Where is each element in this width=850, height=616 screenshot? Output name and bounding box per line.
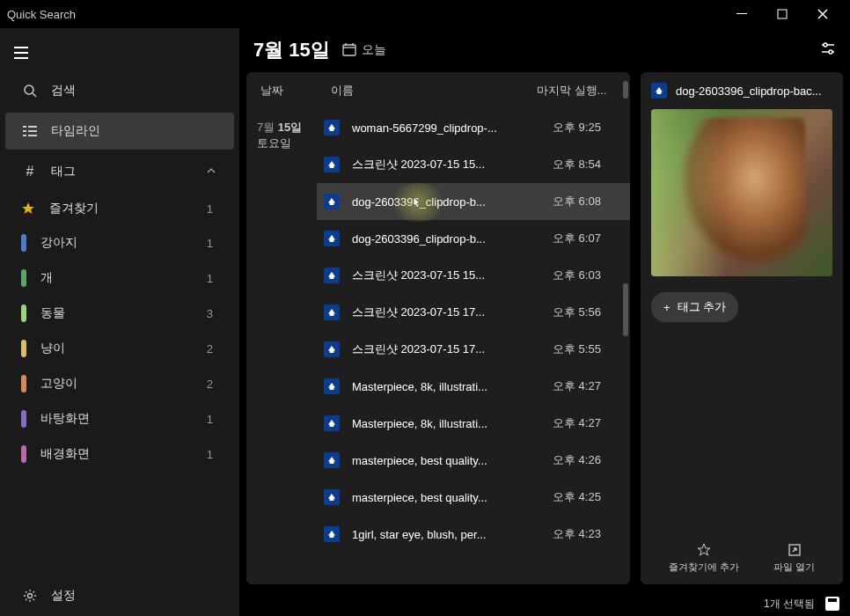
svg-rect-4 — [23, 126, 26, 128]
file-name: 스크린샷 2023-07-15 15... — [352, 157, 540, 172]
search-row[interactable]: 검색 — [5, 72, 234, 109]
tag-count: 1 — [207, 237, 213, 250]
date-group-day: 7월 15일 — [257, 120, 310, 136]
col-header-name[interactable]: 이름 — [331, 83, 537, 99]
content-area: 7월 15일 오늘 날짜 이름 마지막 실행... 7월 15일 — [239, 28, 850, 616]
tag-row[interactable]: 바탕화면1 — [0, 401, 239, 436]
tag-row[interactable]: 냥이2 — [0, 331, 239, 366]
preview-image[interactable] — [651, 109, 832, 276]
file-row[interactable]: dog-2603396_clipdrop-b...오후 6:08 — [317, 183, 630, 220]
tag-row[interactable]: 고양이2 — [0, 366, 239, 401]
image-file-icon — [324, 415, 340, 431]
file-list-panel: 날짜 이름 마지막 실행... 7월 15일 토요일 woman-5667299… — [246, 72, 630, 584]
file-row[interactable]: masterpiece, best quality...오후 4:26 — [317, 442, 630, 479]
col-header-date[interactable]: 날짜 — [260, 83, 331, 99]
tag-row[interactable]: 동물3 — [0, 296, 239, 331]
add-tag-label: 태그 추가 — [678, 299, 727, 315]
tag-label: 배경화면 — [40, 446, 193, 462]
tag-row[interactable]: 개1 — [0, 260, 239, 296]
file-name: 1girl, star eye, blush, per... — [352, 528, 540, 541]
tag-color-icon — [21, 234, 26, 252]
file-time: 오후 4:25 — [553, 489, 623, 505]
tag-row[interactable]: 즐겨찾기1 — [0, 192, 239, 225]
file-row[interactable]: 스크린샷 2023-07-15 17...오후 5:55 — [317, 331, 630, 368]
hash-icon: # — [23, 165, 37, 179]
file-row[interactable]: masterpiece, best quality...오후 4:25 — [317, 479, 630, 516]
file-time: 오후 9:25 — [553, 120, 623, 136]
save-icon[interactable] — [825, 597, 839, 611]
date-group: 7월 15일 토요일 — [246, 109, 317, 584]
svg-rect-11 — [343, 45, 355, 55]
file-row[interactable]: Masterpiece, 8k, illustrati...오후 4:27 — [317, 368, 630, 405]
sidebar-item-timeline[interactable]: 타임라인 — [5, 113, 234, 150]
titlebar: Quick Search — [0, 0, 850, 28]
tag-label: 개 — [40, 270, 193, 286]
scrollbar-thumb[interactable] — [623, 81, 628, 99]
svg-point-10 — [28, 594, 33, 598]
tag-row[interactable]: 강아지1 — [0, 225, 239, 260]
tag-count: 1 — [207, 413, 213, 426]
file-time: 오후 6:08 — [553, 194, 623, 209]
add-tag-button[interactable]: + 태그 추가 — [651, 292, 738, 322]
tag-row[interactable]: 배경화면1 — [0, 436, 239, 472]
image-file-icon — [324, 194, 340, 209]
svg-point-18 — [829, 50, 832, 54]
file-time: 오후 4:27 — [553, 415, 623, 431]
tag-label: 강아지 — [40, 235, 193, 251]
tag-color-icon — [21, 340, 26, 357]
timeline-icon — [23, 124, 37, 138]
file-time: 오후 5:56 — [553, 304, 623, 320]
image-file-icon — [324, 341, 340, 357]
plus-icon: + — [663, 301, 670, 314]
image-file-icon — [324, 157, 340, 172]
tag-label: 동물 — [40, 305, 193, 321]
timeline-label: 타임라인 — [51, 123, 216, 139]
calendar-icon — [342, 42, 356, 59]
tag-count: 1 — [207, 202, 213, 216]
sidebar-item-tags[interactable]: # 태그 — [5, 153, 234, 190]
file-name: Masterpiece, 8k, illustrati... — [352, 417, 540, 430]
file-row[interactable]: Masterpiece, 8k, illustrati...오후 4:27 — [317, 405, 630, 442]
app-title: Quick Search — [7, 8, 76, 21]
file-time: 오후 4:27 — [553, 378, 623, 394]
tag-count: 2 — [207, 342, 213, 356]
gear-icon — [23, 589, 37, 603]
file-name: 스크린샷 2023-07-15 15... — [352, 268, 540, 283]
open-file-button[interactable]: 파일 열기 — [773, 543, 815, 574]
menu-button[interactable] — [4, 35, 39, 70]
today-button[interactable]: 오늘 — [342, 42, 386, 59]
file-row[interactable]: dog-2603396_clipdrop-b...오후 6:07 — [317, 220, 630, 257]
col-header-time[interactable]: 마지막 실행... — [537, 83, 616, 99]
close-button[interactable] — [802, 0, 843, 28]
filter-button[interactable] — [820, 40, 836, 60]
image-file-icon — [324, 304, 340, 320]
tag-count: 1 — [207, 272, 213, 285]
tag-color-icon — [21, 304, 26, 322]
svg-rect-9 — [28, 135, 37, 136]
file-row[interactable]: 스크린샷 2023-07-15 15...오후 6:03 — [317, 257, 630, 294]
minimize-button[interactable] — [722, 0, 762, 28]
file-name: Masterpiece, 8k, illustrati... — [352, 380, 540, 393]
image-file-icon — [324, 526, 340, 542]
file-row[interactable]: 1girl, star eye, blush, per...오후 4:23 — [317, 516, 630, 553]
file-row[interactable]: woman-5667299_clipdrop-...오후 9:25 — [317, 109, 630, 146]
file-name: woman-5667299_clipdrop-... — [352, 121, 540, 135]
maximize-button[interactable] — [762, 0, 802, 28]
add-favorite-button[interactable]: 즐겨찾기에 추가 — [669, 543, 739, 574]
file-row[interactable]: 스크린샷 2023-07-15 17...오후 5:56 — [317, 294, 630, 331]
image-file-icon — [324, 489, 340, 505]
tag-color-icon — [21, 375, 26, 392]
hamburger-icon — [14, 47, 28, 59]
file-row[interactable]: 스크린샷 2023-07-15 15...오후 8:54 — [317, 146, 630, 183]
tag-label: 즐겨찾기 — [49, 201, 193, 216]
svg-rect-0 — [736, 13, 747, 14]
today-label: 오늘 — [362, 42, 386, 58]
svg-line-3 — [33, 93, 36, 97]
svg-point-2 — [25, 85, 33, 94]
image-file-icon — [324, 231, 340, 246]
tag-color-icon — [21, 445, 26, 463]
sidebar-item-settings[interactable]: 설정 — [5, 577, 234, 614]
search-label: 검색 — [51, 83, 216, 99]
selection-count: 1개 선택됨 — [764, 597, 815, 612]
star-icon — [697, 543, 711, 557]
